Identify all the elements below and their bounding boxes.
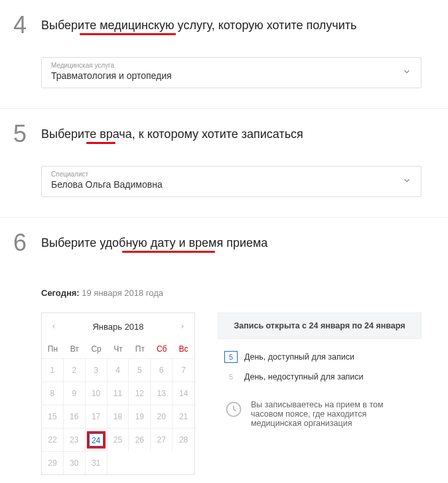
calendar-day: 22	[42, 428, 64, 451]
calendar-day: 31	[86, 451, 108, 474]
calendar-day: 3	[86, 358, 108, 381]
legend-available-label: День, доступный для записи	[244, 352, 354, 362]
calendar-info-column: Запись открыта с 24 января по 24 января …	[218, 312, 421, 435]
today-date: 19 января 2018 года	[80, 288, 163, 298]
doctor-dropdown-label: Специалист	[51, 171, 411, 178]
annotation-underline	[122, 251, 215, 253]
calendar-day: 29	[42, 451, 64, 474]
calendar-prev-button[interactable]	[46, 318, 62, 334]
calendar-day: 14	[173, 381, 194, 405]
step-6-header: 6 Выберите удобную дату и время приема	[13, 231, 421, 255]
calendar-day: 26	[129, 428, 151, 451]
calendar-day: 18	[108, 405, 129, 428]
legend-available: 5 День, доступный для записи	[218, 348, 421, 366]
chevron-down-icon	[402, 176, 411, 188]
doctor-dropdown-value: Белова Ольга Вадимовна	[51, 179, 411, 190]
today-label: Сегодня:	[41, 288, 80, 298]
calendar-dow: Чт	[108, 340, 129, 358]
calendar: Январь 2018 ПнВтСрЧтПтСбВс 1234567891011…	[41, 312, 195, 475]
calendar-dow: Ср	[86, 340, 108, 358]
step-5-section: 5 Выберите врача, к которому хотите запи…	[0, 109, 448, 218]
calendar-day: 30	[64, 451, 86, 474]
legend-unavailable-box: 5	[224, 371, 238, 383]
calendar-day[interactable]: 24	[86, 428, 108, 451]
step-6-title: Выберите удобную дату и время приема	[41, 231, 267, 250]
calendar-month-label: Январь 2018	[92, 322, 143, 332]
service-dropdown-value: Травматология и ортопедия	[51, 70, 411, 81]
step-5-header: 5 Выберите врача, к которому хотите запи…	[13, 122, 421, 146]
step-4-title: Выберите медицинскую услугу, которую хот…	[41, 13, 356, 33]
timezone-note: Вы записываетесь на прием в том часовом …	[218, 393, 421, 435]
annotation-underline	[80, 33, 176, 35]
calendar-day: 16	[64, 405, 86, 428]
calendar-dow: Пн	[42, 340, 64, 358]
timezone-note-text: Вы записываетесь на прием в том часовом …	[251, 400, 415, 428]
legend-available-box: 5	[224, 351, 238, 363]
legend-unavailable-label: День, недоступный для записи	[244, 372, 364, 381]
calendar-day: 8	[42, 381, 64, 405]
calendar-day: 7	[173, 358, 194, 381]
step-6-number: 6	[13, 231, 29, 255]
booking-window-banner: Запись открыта с 24 января по 24 января	[218, 312, 421, 339]
calendar-day: 19	[129, 405, 151, 428]
step-4-header: 4 Выберите медицинскую услугу, которую х…	[13, 13, 421, 37]
calendar-day: 2	[64, 358, 86, 381]
step-6-section: 6 Выберите удобную дату и время приема С…	[0, 218, 448, 483]
calendar-day: 4	[108, 358, 129, 381]
service-dropdown[interactable]: Медицинская услуга Травматология и ортоп…	[41, 57, 421, 88]
calendar-day: 23	[64, 428, 86, 451]
calendar-next-button[interactable]	[175, 318, 190, 334]
calendar-dow: Сб	[151, 340, 173, 358]
service-dropdown-label: Медицинская услуга	[51, 62, 411, 69]
calendar-day: 21	[173, 405, 194, 428]
calendar-header: Январь 2018	[42, 313, 194, 340]
calendar-wrap: Январь 2018 ПнВтСрЧтПтСбВс 1234567891011…	[41, 312, 421, 475]
step-4-number: 4	[13, 13, 29, 37]
calendar-day: 20	[151, 405, 173, 428]
calendar-day: 15	[42, 405, 64, 428]
clock-icon	[224, 400, 243, 419]
calendar-day: 1	[42, 358, 64, 381]
calendar-day: 6	[151, 358, 173, 381]
calendar-day: 27	[151, 428, 173, 451]
calendar-day: 11	[108, 381, 129, 405]
step-5-number: 5	[13, 122, 29, 146]
annotation-underline	[86, 142, 115, 144]
calendar-day: 10	[86, 381, 108, 405]
chevron-down-icon	[402, 67, 411, 79]
calendar-dow: Пт	[129, 340, 151, 358]
step-5-title: Выберите врача, к которому хотите записа…	[41, 122, 303, 141]
calendar-day: 25	[108, 428, 129, 451]
calendar-dow-row: ПнВтСрЧтПтСбВс	[42, 340, 194, 358]
step-4-section: 4 Выберите медицинскую услугу, которую х…	[0, 0, 448, 109]
today-line: Сегодня: 19 января 2018 года	[41, 288, 421, 298]
calendar-day: 5	[129, 358, 151, 381]
calendar-day: 28	[173, 428, 194, 451]
calendar-day: 12	[129, 381, 151, 405]
calendar-day: 17	[86, 405, 108, 428]
calendar-day: 13	[151, 381, 173, 405]
legend-unavailable: 5 День, недоступный для записи	[218, 368, 421, 385]
calendar-days-grid: 1234567891011121314151617181920212223242…	[42, 358, 194, 474]
calendar-day: 9	[64, 381, 86, 405]
calendar-dow: Вс	[173, 340, 194, 358]
calendar-dow: Вт	[64, 340, 86, 358]
doctor-dropdown[interactable]: Специалист Белова Ольга Вадимовна	[41, 166, 421, 197]
